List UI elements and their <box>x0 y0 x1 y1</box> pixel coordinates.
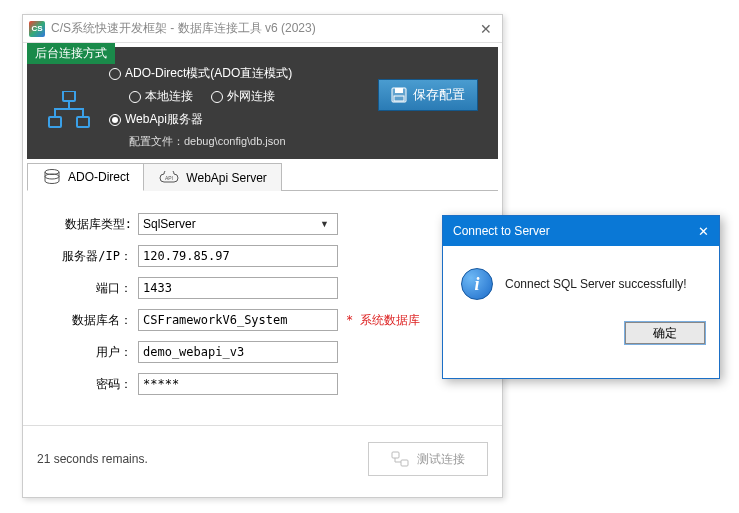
radio-external[interactable]: 外网连接 <box>211 88 275 105</box>
port-label: 端口： <box>43 280 138 297</box>
cloud-api-icon: API <box>158 171 180 185</box>
radio-label: WebApi服务器 <box>125 111 203 128</box>
server-input[interactable] <box>138 245 338 267</box>
panel-tag: 后台连接方式 <box>27 43 115 64</box>
radio-icon <box>109 68 121 80</box>
radio-icon <box>129 91 141 103</box>
radio-icon <box>109 114 121 126</box>
radio-ado-direct[interactable]: ADO-Direct模式(ADO直连模式) <box>109 65 292 82</box>
password-input[interactable] <box>138 373 338 395</box>
dialog-body: i Connect SQL Server successfully! <box>443 246 719 322</box>
footer-row: 21 seconds remains. 测试连接 <box>23 436 502 486</box>
radio-local[interactable]: 本地连接 <box>129 88 193 105</box>
svg-rect-0 <box>63 91 75 101</box>
titlebar: CS C/S系统快速开发框架 - 数据库连接工具 v6 (2023) ✕ <box>23 15 502 43</box>
save-config-button[interactable]: 保存配置 <box>378 79 478 111</box>
dialog-title: Connect to Server <box>453 224 550 238</box>
db-type-select[interactable]: SqlServer ▼ <box>138 213 338 235</box>
info-icon: i <box>461 268 493 300</box>
main-window: CS C/S系统快速开发框架 - 数据库连接工具 v6 (2023) ✕ 后台连… <box>22 14 503 498</box>
tab-ado-direct[interactable]: ADO-Direct <box>27 163 144 191</box>
tab-label: WebApi Server <box>186 171 266 185</box>
test-connection-button[interactable]: 测试连接 <box>368 442 488 476</box>
config-path-row: 配置文件：debug\config\db.json <box>129 134 486 149</box>
user-input[interactable] <box>138 341 338 363</box>
svg-rect-10 <box>401 460 408 466</box>
dbname-label: 数据库名： <box>43 312 138 329</box>
close-icon[interactable]: ✕ <box>476 21 496 37</box>
status-text: 21 seconds remains. <box>37 452 148 466</box>
dialog-footer: 确定 <box>443 322 719 358</box>
divider <box>23 425 502 426</box>
radio-label: 本地连接 <box>145 88 193 105</box>
db-type-value: SqlServer <box>143 217 196 231</box>
save-icon <box>391 87 407 103</box>
svg-rect-9 <box>392 452 399 458</box>
dbname-input[interactable] <box>138 309 338 331</box>
tab-webapi-server[interactable]: API WebApi Server <box>143 163 281 191</box>
svg-rect-4 <box>395 88 403 93</box>
user-label: 用户： <box>43 344 138 361</box>
radio-icon <box>211 91 223 103</box>
svg-text:API: API <box>165 175 173 181</box>
svg-rect-2 <box>77 117 89 127</box>
link-icon <box>391 451 409 467</box>
config-path: debug\config\db.json <box>184 135 286 147</box>
radio-label: ADO-Direct模式(ADO直连模式) <box>125 65 292 82</box>
close-icon[interactable]: ✕ <box>698 224 709 239</box>
ok-button[interactable]: 确定 <box>625 322 705 344</box>
form-panel: 数据库类型: SqlServer ▼ 服务器/IP： 端口： 数据库名： * 系… <box>27 190 498 415</box>
window-title: C/S系统快速开发框架 - 数据库连接工具 v6 (2023) <box>51 20 316 37</box>
tab-label: ADO-Direct <box>68 170 129 184</box>
connection-mode-panel: 后台连接方式 ADO-Direct模式(ADO直连模式) 本地连接 <box>27 47 498 159</box>
password-label: 密码： <box>43 376 138 393</box>
radio-label: 外网连接 <box>227 88 275 105</box>
db-type-label: 数据库类型: <box>43 216 138 233</box>
dialog-titlebar: Connect to Server ✕ <box>443 216 719 246</box>
dbname-note: * 系统数据库 <box>346 312 420 329</box>
test-button-label: 测试连接 <box>417 451 465 468</box>
connect-dialog: Connect to Server ✕ i Connect SQL Server… <box>442 215 720 379</box>
app-icon: CS <box>29 21 45 37</box>
port-input[interactable] <box>138 277 338 299</box>
tab-strip: ADO-Direct API WebApi Server <box>27 163 498 191</box>
svg-rect-1 <box>49 117 61 127</box>
network-icon <box>47 91 91 134</box>
save-button-label: 保存配置 <box>413 86 465 104</box>
database-icon <box>42 169 62 185</box>
config-label: 配置文件： <box>129 135 184 147</box>
server-label: 服务器/IP： <box>43 248 138 265</box>
radio-webapi[interactable]: WebApi服务器 <box>109 111 203 128</box>
dialog-message: Connect SQL Server successfully! <box>505 277 687 291</box>
chevron-down-icon: ▼ <box>320 219 333 229</box>
